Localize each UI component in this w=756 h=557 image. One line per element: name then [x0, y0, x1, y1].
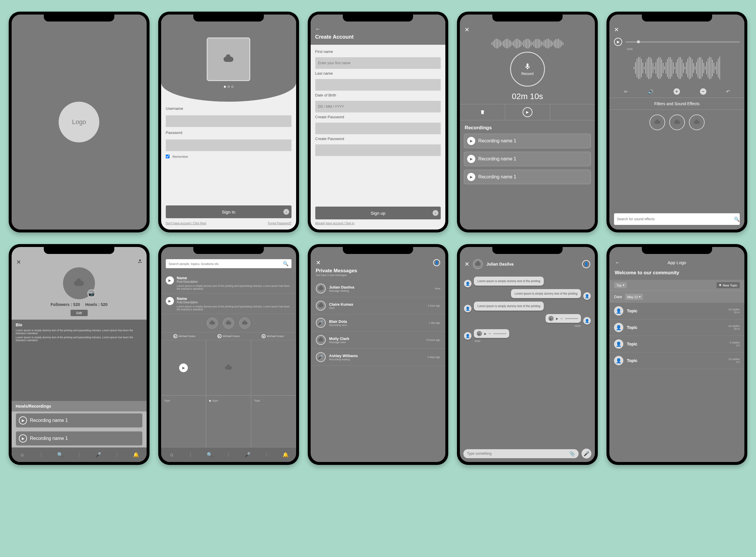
search-input[interactable] — [169, 262, 280, 266]
password-input[interactable] — [166, 140, 291, 151]
back-arrow-icon[interactable]: ← — [615, 259, 621, 266]
remove-icon[interactable]: − — [700, 88, 706, 95]
recording-item[interactable]: ▶Recording name 1 — [16, 413, 143, 428]
remember-checkbox[interactable]: Remember — [166, 154, 291, 158]
phone-chat: ✕ Julian Dasilva 👤 👤Lorem ipsum is simpl… — [457, 244, 598, 465]
camera-icon[interactable]: 📷 — [87, 289, 96, 297]
filter-thumb[interactable] — [689, 115, 704, 130]
user-thumb[interactable] — [239, 318, 250, 329]
audio-bubble[interactable]: 🎤▶ — [474, 329, 509, 338]
user-thumb[interactable] — [223, 318, 234, 329]
play-button[interactable]: ▶ — [505, 104, 550, 120]
grid-cell-play[interactable]: ▶ — [161, 340, 206, 395]
feed-post[interactable]: ▶ Name Post Description Lorem Ipsum is s… — [161, 273, 296, 293]
close-icon[interactable]: ✕ — [316, 259, 321, 266]
message-row[interactable]: Claire KumasSent1 hour ago — [311, 297, 446, 314]
topic-label[interactable]: Topic — [164, 399, 170, 402]
bell-icon[interactable]: 🔔 — [133, 452, 139, 458]
record-button[interactable]: Record — [510, 52, 545, 87]
avatar: 👤 — [464, 305, 471, 312]
profile-icon[interactable]: 👤 — [433, 259, 440, 266]
home-icon[interactable]: ⌂ — [169, 452, 175, 458]
user-name[interactable]: Michael Grano — [179, 335, 196, 338]
howls-count: 520 — [101, 302, 107, 307]
recording-item[interactable]: ▶Recording name 1 — [16, 431, 143, 446]
message-bubble: Lorem ipsum is simply dummy text of the … — [511, 289, 581, 298]
scrubber[interactable] — [626, 41, 740, 42]
avatar[interactable] — [473, 259, 483, 269]
firstname-input[interactable] — [315, 57, 441, 69]
close-icon[interactable]: ✕ — [614, 26, 619, 33]
profile-icon[interactable]: 👤 — [582, 260, 590, 268]
avatar — [316, 301, 326, 311]
recording-item[interactable]: ▶Recording name 1 — [464, 134, 591, 148]
close-icon[interactable]: ✕ — [16, 259, 21, 266]
add-icon[interactable]: + — [673, 88, 680, 95]
topic-row[interactable]: 👤Topic10 replies2 h — [609, 352, 745, 369]
cut-icon[interactable]: ✂ — [624, 89, 628, 94]
signup-button[interactable]: Sign up› — [315, 207, 441, 219]
topic-row[interactable]: 👤Topic5 replies2 h — [609, 336, 745, 352]
volume-icon[interactable]: 🔊 — [648, 89, 654, 94]
signin-button[interactable]: Sign In› — [166, 205, 291, 218]
signin-link[interactable]: Already have account / Sign in — [315, 222, 441, 225]
delete-button[interactable] — [460, 104, 505, 120]
scroll-right[interactable]: › — [254, 321, 256, 326]
send-mic-button[interactable]: 🎤 — [581, 449, 591, 459]
close-icon[interactable]: ✕ — [465, 26, 469, 33]
recording-item[interactable]: ▶Recording name 1 — [464, 170, 591, 184]
message-row[interactable]: 🎤Ashley WilliamsRecording waiting2 days … — [311, 349, 446, 366]
dob-input[interactable] — [315, 101, 441, 113]
user-name[interactable]: Michael Grano — [267, 335, 284, 338]
filter-thumb[interactable] — [669, 115, 685, 130]
recording-item[interactable]: ▶Recording name 1 — [464, 152, 591, 166]
followers-count: 520 — [73, 302, 80, 307]
confirm-input[interactable] — [315, 144, 441, 156]
date-dropdown[interactable]: May 13 ▾ — [625, 294, 643, 300]
add-user-icon[interactable] — [137, 259, 142, 266]
forgot-password-link[interactable]: Forgot Password? — [268, 222, 291, 225]
filter-thumb[interactable] — [650, 115, 665, 130]
chat-name: Julian Dasilva — [486, 262, 513, 266]
feed-post[interactable]: ▶ Name Post Description Lorem Ipsum is s… — [161, 293, 296, 314]
search-effects-input[interactable] — [614, 213, 740, 225]
topic-label[interactable]: Topic — [212, 399, 218, 402]
create-account-link[interactable]: Don't have account / Click Here — [166, 222, 207, 225]
lastname-input[interactable] — [315, 79, 441, 91]
back-arrow-icon[interactable]: ← — [315, 26, 441, 32]
waveform-large[interactable] — [614, 54, 740, 83]
search-icon[interactable]: 🔍 — [283, 261, 289, 266]
search-icon[interactable]: 🔍 — [734, 216, 740, 222]
topic-row[interactable]: 👤Topic15 replies20 m — [609, 303, 745, 319]
attach-icon[interactable]: 📎 — [569, 451, 575, 457]
close-icon[interactable]: ✕ — [465, 261, 469, 268]
topic-row[interactable]: 👤Topic20 replies30 m — [609, 319, 745, 336]
username-input[interactable] — [166, 115, 291, 127]
edit-button[interactable]: Edit — [70, 310, 88, 316]
search-icon[interactable]: 🔍 — [207, 452, 213, 458]
grid-cell-image[interactable] — [206, 340, 251, 395]
bell-icon[interactable]: 🔔 — [282, 452, 288, 458]
topic-label[interactable]: Topic — [254, 399, 260, 402]
page-dots[interactable] — [224, 86, 233, 88]
compose-input[interactable] — [467, 451, 566, 456]
message-row[interactable]: 🎤Blair DotaRecording sent1 day ago — [311, 314, 446, 331]
search-icon[interactable]: 🔍 — [57, 452, 63, 458]
home-icon[interactable]: ⌂ — [20, 452, 25, 458]
firstname-label: First name — [315, 49, 441, 54]
undo-icon[interactable]: ↶ — [726, 89, 730, 94]
sort-top-dropdown[interactable]: Top ▾ — [614, 282, 627, 288]
user-thumb[interactable] — [207, 318, 218, 329]
message-row[interactable]: Julian DasilvaMessage WaitingNow — [311, 280, 446, 297]
password-input[interactable] — [315, 123, 441, 134]
mic-icon[interactable]: 🎤 — [245, 452, 250, 458]
user-name[interactable]: Michael Grano — [223, 335, 240, 338]
play-button[interactable]: ▶ — [614, 38, 622, 46]
new-topic-button[interactable]: ✚ New Topic — [717, 282, 740, 288]
avatar — [316, 335, 326, 345]
scroll-left[interactable]: ‹ — [201, 321, 203, 326]
mic-icon[interactable]: 🎤 — [95, 452, 101, 458]
audio-bubble[interactable]: 🎤▶ — [545, 314, 581, 323]
more-button[interactable] — [550, 104, 595, 120]
message-row[interactable]: Molly ClarkMessage seen5 hours ago — [311, 331, 446, 349]
